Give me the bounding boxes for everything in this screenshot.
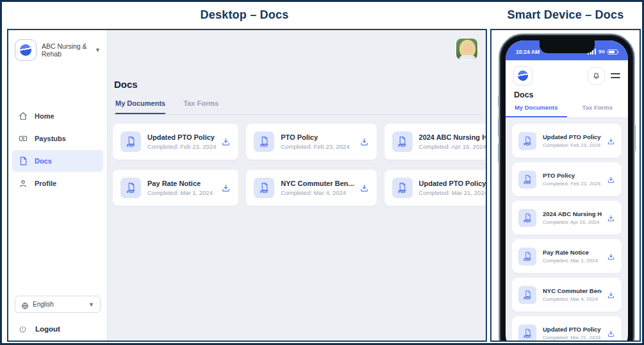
download-icon[interactable] xyxy=(607,175,615,183)
document-title: NYC Commuter Ben... xyxy=(281,180,354,187)
tab-my-documents[interactable]: My Documents xyxy=(506,104,567,117)
document-info: 2024 ABC Nursing H... Completed: Apr 16,… xyxy=(419,133,486,150)
document-info: Updated PTO Policy Completed: Feb 23, 20… xyxy=(147,133,216,150)
notifications-button[interactable] xyxy=(588,67,605,85)
phone-screen: 10:24 AM 5G xyxy=(506,40,628,342)
download-icon[interactable] xyxy=(359,183,369,193)
pdf-file-icon: PDF xyxy=(518,286,536,304)
download-icon[interactable] xyxy=(359,137,369,147)
company-logo xyxy=(15,39,37,61)
tab-my-documents[interactable]: My Documents xyxy=(115,99,165,114)
pdf-type-label: PDF xyxy=(524,296,531,300)
docs-tabs: My Documents Tax Forms xyxy=(113,99,481,115)
sidebar-item-label: Home xyxy=(35,112,54,120)
logout-button[interactable]: Logout xyxy=(8,321,107,334)
download-icon[interactable] xyxy=(221,183,231,193)
document-title: PTO Policy xyxy=(281,133,354,141)
pdf-type-label: PDF xyxy=(127,144,135,147)
document-card: PDF Updated PTO Policy Completed: Feb 23… xyxy=(512,124,622,158)
sidebar-item-docs[interactable]: Docs xyxy=(12,150,103,172)
document-title: PTO Policy xyxy=(543,172,602,179)
document-info: Updated PTO Policy Completed: Feb 23, 20… xyxy=(543,133,602,148)
sidebar-item-profile[interactable]: Profile xyxy=(12,172,103,194)
download-icon[interactable] xyxy=(607,252,615,260)
tab-tax-forms[interactable]: Tax Forms xyxy=(567,104,629,117)
pdf-file-icon: PDF xyxy=(254,131,274,152)
person-icon xyxy=(19,179,28,188)
document-status: Completed: Feb 23, 2024 xyxy=(147,143,216,150)
document-status: Completed: Apr 16, 2024 xyxy=(543,219,602,225)
org-switcher[interactable]: ABC Nursing & Rehab ▼ xyxy=(8,35,107,65)
bell-icon xyxy=(592,72,600,80)
document-status: Completed: Mar 21, 2024 xyxy=(543,335,602,341)
chevron-down-icon: ▼ xyxy=(88,301,94,308)
hamburger-menu-icon[interactable] xyxy=(611,71,620,81)
chevron-down-icon: ▼ xyxy=(95,47,101,53)
document-info: Pay Rate Notice Completed: Mar 1, 2024 xyxy=(543,249,602,264)
document-status: Completed: Feb 23, 2024 xyxy=(543,142,602,148)
pdf-type-label: PDF xyxy=(260,144,268,147)
network-type: 5G xyxy=(599,49,605,55)
document-card: PDF Updated PTO Policy Completed: Mar 21… xyxy=(512,316,622,342)
sidebar-item-label: Profile xyxy=(35,180,56,187)
document-info: Updated PTO Policy Completed: Mar 21, 20… xyxy=(543,326,602,341)
tab-tax-forms[interactable]: Tax Forms xyxy=(183,99,219,114)
document-status: Completed: Mar 21, 2024 xyxy=(419,189,486,196)
mobile-caption: Smart Device – Docs xyxy=(487,2,644,28)
sidebar-item-label: Paystubs xyxy=(35,135,66,142)
pdf-file-icon: PDF xyxy=(518,132,536,150)
document-card: PDF Pay Rate Notice Completed: Mar 1, 20… xyxy=(113,170,238,206)
pdf-file-icon: PDF xyxy=(120,178,141,198)
download-icon[interactable] xyxy=(607,329,615,337)
document-info: PTO Policy Completed: Feb 23, 2024 xyxy=(281,133,354,150)
download-icon[interactable] xyxy=(607,137,615,145)
document-status: Completed: Mar 4, 2024 xyxy=(543,296,602,302)
download-icon[interactable] xyxy=(221,137,231,147)
power-icon xyxy=(19,324,27,333)
language-selector[interactable]: English ▼ xyxy=(15,296,101,313)
phone-notch xyxy=(540,40,595,53)
sidebar: ABC Nursing & Rehab ▼ Home Paystubs xyxy=(8,30,108,341)
document-status: Completed: Feb 23, 2024 xyxy=(543,181,602,187)
volume-up-button xyxy=(498,118,500,137)
pdf-file-icon: PDF xyxy=(392,178,413,198)
download-icon[interactable] xyxy=(607,290,615,299)
document-status: Completed: Mar 1, 2024 xyxy=(147,189,216,196)
document-title: Updated PTO Policy xyxy=(543,326,602,333)
company-name: ABC Nursing & Rehab xyxy=(42,42,90,58)
documents-list: PDF Updated PTO Policy Completed: Feb 23… xyxy=(506,118,628,342)
document-info: 2024 ABC Nursing Handbook Completed: Apr… xyxy=(543,210,602,225)
user-avatar[interactable] xyxy=(456,38,478,60)
home-icon xyxy=(19,112,28,121)
mute-switch xyxy=(498,96,500,107)
pdf-type-label: PDF xyxy=(260,190,268,194)
language-value: English xyxy=(33,301,85,308)
status-time: 10:24 AM xyxy=(516,49,540,55)
pdf-file-icon: PDF xyxy=(518,248,536,265)
sidebar-item-paystubs[interactable]: Paystubs xyxy=(12,128,103,149)
document-title: 2024 ABC Nursing Handbook xyxy=(543,210,602,217)
pdf-type-label: PDF xyxy=(524,258,531,262)
download-icon[interactable] xyxy=(607,214,615,222)
document-info: Updated PTO Policy Completed: Mar 21, 20… xyxy=(419,180,486,196)
pdf-file-icon: PDF xyxy=(518,171,536,189)
desktop-caption: Desktop – Docs xyxy=(2,2,487,28)
document-card: PDF Updated PTO Policy Completed: Feb 23… xyxy=(113,124,238,160)
document-info: NYC Commuter Ben... Completed: Mar 4, 20… xyxy=(281,180,354,196)
paystubs-icon xyxy=(19,134,28,143)
documents-grid: PDF Updated PTO Policy Completed: Feb 23… xyxy=(113,124,481,206)
docs-tabs: My Documents Tax Forms xyxy=(506,104,628,118)
phone-mockup: 10:24 AM 5G xyxy=(499,33,635,342)
company-logo[interactable] xyxy=(513,66,533,85)
document-status: Completed: Mar 1, 2024 xyxy=(543,258,602,264)
document-title: Updated PTO Policy xyxy=(419,180,486,187)
document-card: PDF NYC Commuter Ben... Completed: Mar 4… xyxy=(246,170,376,206)
comparison-screenshot: Desktop – Docs Smart Device – Docs ABC N… xyxy=(0,0,644,345)
document-title: 2024 ABC Nursing H... xyxy=(419,133,486,141)
sidebar-item-home[interactable]: Home xyxy=(12,105,103,127)
document-title: Pay Rate Notice xyxy=(543,249,602,256)
desktop-panel: ABC Nursing & Rehab ▼ Home Paystubs xyxy=(7,29,487,342)
document-card: PDF 2024 ABC Nursing H... Completed: Apr… xyxy=(384,124,486,160)
document-status: Completed: Mar 4, 2024 xyxy=(281,189,354,196)
page-title: Docs xyxy=(114,79,481,90)
